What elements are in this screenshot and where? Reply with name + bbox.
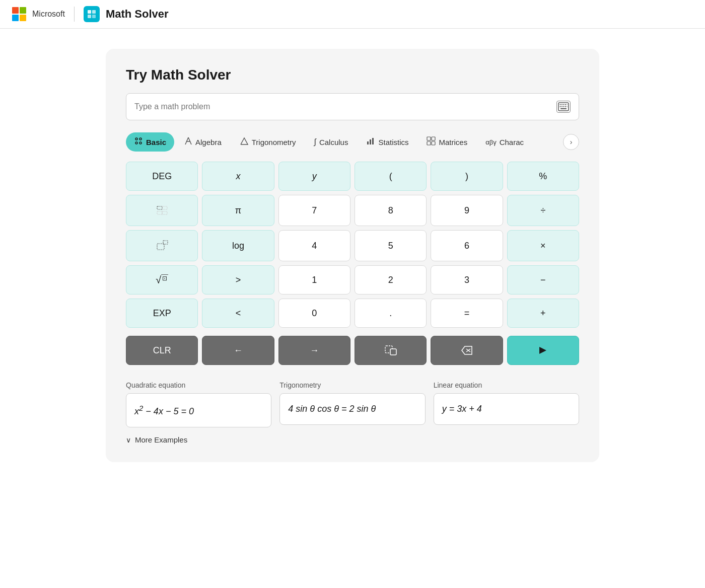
- btn-exp[interactable]: EXP: [126, 299, 198, 328]
- example-trig-box[interactable]: 4 sin θ cos θ = 2 sin θ: [279, 393, 425, 425]
- btn-1[interactable]: 1: [278, 265, 350, 295]
- svg-rect-0: [88, 10, 91, 14]
- more-examples-chevron: ∨: [126, 436, 131, 444]
- svg-point-18: [135, 142, 137, 144]
- svg-rect-33: [162, 211, 167, 214]
- tab-trigonometry[interactable]: Trigonometry: [232, 132, 304, 152]
- tab-algebra[interactable]: Algebra: [176, 132, 230, 152]
- btn-right-arrow[interactable]: →: [278, 336, 350, 365]
- btn-less[interactable]: <: [202, 299, 274, 328]
- btn-clear[interactable]: CLR: [126, 336, 198, 365]
- basic-icon: [134, 136, 143, 148]
- trig-icon: [240, 136, 249, 148]
- btn-percent[interactable]: %: [507, 162, 579, 191]
- example-trig-label: Trigonometry: [279, 381, 425, 389]
- btn-submit[interactable]: [507, 336, 579, 365]
- example-quadratic-box[interactable]: x2 − 4x − 5 = 0: [126, 393, 271, 427]
- btn-minus[interactable]: −: [507, 265, 579, 295]
- svg-rect-34: [157, 244, 164, 250]
- btn-log[interactable]: log: [202, 230, 274, 261]
- keyboard-toggle-icon[interactable]: [556, 101, 571, 113]
- svg-rect-2: [88, 15, 91, 18]
- tab-calculus[interactable]: ∫ Calculus: [306, 133, 357, 151]
- btn-y[interactable]: y: [278, 162, 350, 191]
- svg-rect-5: [560, 104, 561, 105]
- microsoft-logo: [12, 7, 26, 21]
- calc-row-4: √⊡ > 1 2 3 −: [126, 265, 579, 295]
- svg-rect-31: [162, 206, 167, 209]
- main-content: Try Math Solver: [0, 29, 705, 482]
- svg-rect-24: [370, 139, 371, 144]
- svg-rect-13: [565, 106, 566, 107]
- more-examples-button[interactable]: ∨ More Examples: [126, 435, 187, 444]
- tab-trig-label: Trigonometry: [252, 138, 296, 146]
- btn-superscript[interactable]: [126, 230, 198, 261]
- btn-9[interactable]: 9: [431, 195, 503, 226]
- math-input[interactable]: [134, 102, 556, 111]
- btn-dot[interactable]: .: [355, 299, 427, 328]
- btn-sqrt[interactable]: √⊡: [126, 265, 198, 295]
- tab-basic[interactable]: Basic: [126, 132, 174, 152]
- btn-greater[interactable]: >: [202, 265, 274, 295]
- btn-6[interactable]: 6: [431, 230, 503, 261]
- examples-grid: Quadratic equation x2 − 4x − 5 = 0 Trigo…: [126, 381, 579, 427]
- tab-matrices-label: Matrices: [439, 138, 467, 146]
- tab-chars-label: Charac: [500, 138, 524, 146]
- svg-rect-23: [367, 141, 369, 144]
- header-divider: [74, 7, 75, 22]
- solver-card: Try Math Solver: [106, 49, 599, 462]
- solver-title: Try Math Solver: [126, 67, 579, 83]
- btn-open-paren[interactable]: (: [355, 162, 427, 191]
- svg-rect-25: [372, 138, 374, 144]
- tab-basic-label: Basic: [146, 138, 166, 146]
- btn-0[interactable]: 0: [278, 299, 350, 328]
- svg-rect-28: [427, 141, 431, 145]
- microsoft-label: Microsoft: [32, 10, 65, 19]
- btn-7[interactable]: 7: [278, 195, 350, 226]
- tab-matrices[interactable]: Matrices: [418, 132, 475, 152]
- btn-8[interactable]: 8: [355, 195, 427, 226]
- svg-rect-26: [427, 137, 431, 140]
- tab-characters[interactable]: αβγ Charac: [477, 134, 532, 151]
- chars-icon: αβγ: [485, 138, 497, 146]
- btn-left-arrow[interactable]: ←: [202, 336, 274, 365]
- svg-rect-11: [561, 106, 562, 107]
- btn-deg[interactable]: DEG: [126, 162, 198, 191]
- btn-4[interactable]: 4: [278, 230, 350, 261]
- btn-frac[interactable]: [126, 195, 198, 226]
- btn-3[interactable]: 3: [431, 265, 503, 295]
- action-row: CLR ← →: [126, 336, 579, 365]
- svg-rect-10: [560, 106, 561, 107]
- svg-rect-7: [563, 104, 565, 105]
- example-trig: Trigonometry 4 sin θ cos θ = 2 sin θ: [279, 381, 425, 427]
- tab-statistics[interactable]: Statistics: [358, 132, 416, 152]
- svg-rect-1: [92, 10, 96, 14]
- btn-equals[interactable]: =: [431, 299, 503, 328]
- svg-rect-14: [567, 106, 568, 107]
- btn-divide[interactable]: ÷: [507, 195, 579, 226]
- svg-line-21: [188, 137, 191, 144]
- btn-close-paren[interactable]: ): [431, 162, 503, 191]
- stats-icon: [366, 136, 375, 148]
- app-title: Math Solver: [106, 8, 169, 21]
- example-quadratic: Quadratic equation x2 − 4x − 5 = 0: [126, 381, 271, 427]
- svg-rect-6: [561, 104, 562, 105]
- btn-2[interactable]: 2: [355, 265, 427, 295]
- keyboard-tabs: Basic Algebra Trigonomet: [126, 132, 579, 152]
- btn-select-box[interactable]: [355, 336, 427, 365]
- svg-rect-29: [432, 141, 435, 145]
- calculus-icon: ∫: [314, 137, 316, 146]
- btn-pi[interactable]: π: [202, 195, 274, 226]
- example-linear-label: Linear equation: [434, 381, 579, 389]
- example-linear-box[interactable]: y = 3x + 4: [434, 393, 579, 425]
- btn-plus[interactable]: +: [507, 299, 579, 328]
- btn-5[interactable]: 5: [355, 230, 427, 261]
- calc-row-1: DEG x y ( ) %: [126, 162, 579, 191]
- btn-x[interactable]: x: [202, 162, 274, 191]
- tabs-next-button[interactable]: ›: [563, 134, 579, 150]
- calc-row-5: EXP < 0 . = +: [126, 299, 579, 328]
- btn-multiply[interactable]: ×: [507, 230, 579, 261]
- svg-rect-30: [157, 206, 162, 209]
- btn-backspace[interactable]: [431, 336, 503, 365]
- math-input-area[interactable]: [126, 93, 579, 120]
